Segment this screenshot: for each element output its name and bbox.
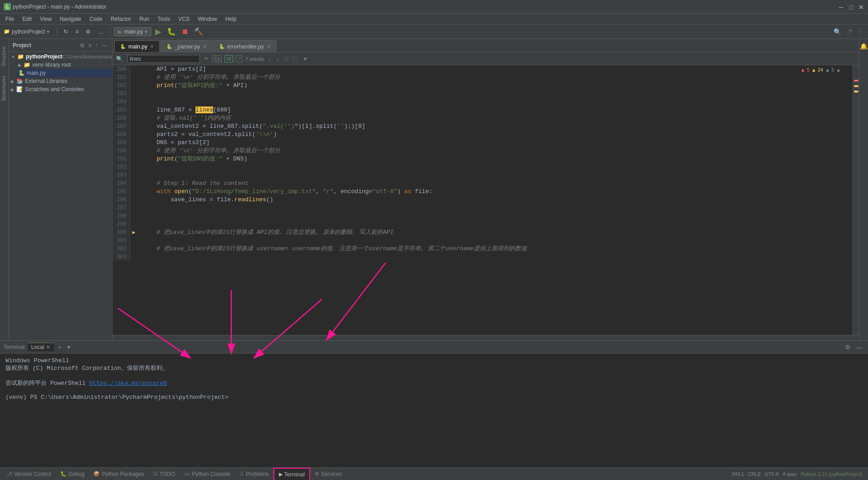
menu-navigate[interactable]: Navigate — [56, 15, 85, 23]
menu-vcs[interactable]: VCS — [175, 15, 193, 23]
sidebar-expand-btn[interactable]: — — [100, 42, 108, 49]
tab-mainpy[interactable]: 🐍 main.py ✕ — [114, 40, 160, 52]
terminal-content: Windows PowerShell 版权所有 (C) Microsoft Co… — [0, 354, 868, 467]
tree-item-scratches[interactable]: ▶ 📝 Scratches and Consoles — [9, 85, 112, 93]
run-button[interactable]: ▶ — [153, 27, 163, 37]
run-config-selector[interactable]: ▶ main.py ▾ — [114, 27, 151, 36]
line-num-281: 281 — [112, 73, 131, 82]
line-num-302: 302 — [112, 245, 131, 253]
updates-btn[interactable]: ↑ — [856, 26, 864, 37]
left-vtab-structure[interactable]: Structure — [0, 43, 9, 70]
bottom-tab-console-label: Python Console — [192, 471, 230, 477]
search-input[interactable] — [127, 55, 200, 63]
bottom-tab-services[interactable]: ⚙ Services — [310, 468, 346, 480]
code-line-296: 296 save_lines = file.readlines() — [112, 196, 853, 204]
menu-code[interactable]: Code — [86, 15, 106, 23]
run-config-name: main.py — [124, 29, 143, 35]
tab-close-mainpy[interactable]: ✕ — [150, 44, 154, 49]
bottom-tab-python-console[interactable]: >> Python Console — [180, 468, 235, 480]
notifications-btn[interactable]: 🔔 — [860, 41, 868, 52]
local-tab-close[interactable]: ✕ — [46, 344, 50, 350]
code-line-295: 295 with open("D:/1LiHong/Temp_line/very… — [112, 188, 853, 196]
error-gutter: ▲ 5 ▲ 24 ▲ 5 ▲ — [853, 65, 859, 335]
code-line-283: 283 — [112, 90, 853, 98]
minimize-button[interactable]: ─ — [838, 4, 844, 10]
code-line-301: 301 — [112, 237, 853, 245]
code-line-290: 290 # 使用 '\n' 分割字符串, 并取最后一个部分 — [112, 147, 853, 155]
tree-item-venv[interactable]: ▶ 📁 venv library root — [16, 61, 112, 69]
bottom-tab-problems[interactable]: ⚠ Problems — [235, 468, 273, 480]
line-num-300: 300 — [112, 228, 131, 237]
tab-close-error[interactable]: ✕ — [267, 44, 270, 49]
terminal-dropdown-btn[interactable]: ▾ — [65, 344, 72, 351]
menu-run[interactable]: Run — [136, 15, 153, 23]
menu-refactor[interactable]: Refactor — [107, 15, 135, 23]
bottom-tab-terminal[interactable]: ▶ Terminal — [273, 468, 310, 480]
version-control-icon: ⎇ — [6, 471, 12, 477]
tree-item-mainpy[interactable]: 🐍 main.py — [16, 69, 112, 77]
debug-button[interactable]: 🐛 — [165, 27, 178, 36]
editor-wrapper: 🐍 main.py ✕ 🐍 _parser.py ✕ 🐍 errorhandle… — [112, 39, 859, 340]
left-vtab-bookmarks[interactable]: Bookmarks — [0, 72, 9, 104]
close-button[interactable]: ✕ — [858, 4, 864, 10]
sidebar-gear-btn[interactable]: ⚙ — [78, 42, 86, 49]
toolbar-sync-btn[interactable]: ↻ — [61, 26, 71, 37]
tree-item-pythonproject[interactable]: ▼ 📁 pythonProject C:\Users\Administrator… — [9, 53, 112, 61]
help-btn[interactable]: ? — [846, 26, 854, 37]
tree-label-venv: venv library root — [32, 62, 71, 68]
editor-container: 280 API = parts[2] 281 # 使用 '\n' 分割字符串, … — [112, 65, 859, 335]
search-close-btn[interactable]: ✕ — [203, 55, 210, 62]
bottom-tab-python-packages[interactable]: 📦 Python Packages — [89, 468, 148, 480]
folder-icon-venv: 📁 — [24, 62, 30, 68]
line-num-291: 291 — [112, 155, 131, 163]
tab-errorhandler[interactable]: 🐍 errorhandler.py ✕ — [213, 40, 276, 52]
menu-tools[interactable]: Tools — [154, 15, 174, 23]
search-everywhere-btn[interactable]: 🔍 — [831, 26, 844, 37]
pscore-link[interactable]: https://aka.ms/pscore6 — [89, 380, 167, 387]
search-prev-btn[interactable]: ↑ — [267, 56, 273, 62]
menu-window[interactable]: Window — [194, 15, 221, 23]
terminal-tab-local[interactable]: Local ✕ — [28, 343, 54, 351]
search-word-btn[interactable]: W — [224, 55, 233, 63]
tab-close-parser[interactable]: ✕ — [203, 44, 206, 49]
maximize-button[interactable]: □ — [848, 4, 854, 10]
horizontal-scrollbar[interactable] — [112, 335, 859, 340]
line-content-292 — [137, 163, 142, 171]
services-icon: ⚙ — [315, 471, 319, 477]
code-editor[interactable]: 280 API = parts[2] 281 # 使用 '\n' 分割字符串, … — [112, 65, 853, 335]
search-regex-btn[interactable]: .* — [236, 55, 243, 63]
build-button[interactable]: 🔨 — [192, 27, 205, 36]
search-multiline-btn[interactable]: ⬚ — [291, 55, 298, 62]
stop-button[interactable]: ⏹ — [180, 28, 190, 36]
project-selector[interactable]: 📁 pythonProject ▾ — [4, 29, 49, 35]
search-filter-btn[interactable]: ▼ — [301, 56, 309, 62]
line-num-303: 303 — [112, 253, 131, 261]
title-bar-controls: ─ □ ✕ — [838, 4, 864, 10]
terminal-line-4: 尝试新的跨平台 PowerShell https://aka.ms/pscore… — [5, 379, 863, 387]
tree-item-external[interactable]: ▶ 📚 External Libraries — [9, 77, 112, 85]
line-content-288: parts2 = val_content2.split('\\n') — [137, 131, 277, 139]
search-all-btn[interactable]: □ — [283, 56, 289, 62]
toolbar-settings-btn[interactable]: ⚙ — [83, 26, 93, 37]
toolbar-more-btn[interactable]: … — [95, 26, 106, 37]
line-num-292: 292 — [112, 163, 131, 171]
line-content-302: # 把save_lines中的第23行替换成 username= usernam… — [137, 245, 527, 253]
terminal-settings-btn[interactable]: ⚙ — [843, 344, 853, 351]
menu-view[interactable]: View — [36, 15, 55, 23]
code-line-285: 285 line_887 = lines[880] — [112, 106, 853, 114]
toolbar-structure-btn[interactable]: ≡ — [73, 26, 81, 37]
terminal-add-btn[interactable]: + — [56, 344, 63, 351]
menu-file[interactable]: File — [2, 15, 18, 23]
menu-help[interactable]: Help — [222, 15, 240, 23]
search-next-btn[interactable]: ↓ — [275, 56, 280, 62]
bottom-tab-debug[interactable]: 🐛 Debug — [56, 468, 89, 480]
bottom-tab-todo[interactable]: ☑ TODO — [149, 468, 180, 480]
tab-parser[interactable]: 🐍 _parser.py ✕ — [161, 40, 212, 52]
sidebar-collapse-btn[interactable]: ↑ — [94, 42, 99, 49]
bottom-tab-version-control[interactable]: ⎇ Version Control — [2, 468, 56, 480]
terminal-minimize-btn[interactable]: — — [854, 344, 864, 351]
menu-edit[interactable]: Edit — [19, 15, 35, 23]
scratches-icon: 📝 — [16, 86, 23, 92]
sidebar-layout-btn[interactable]: ≡ — [87, 42, 93, 49]
search-case-btn[interactable]: Cc — [212, 55, 222, 63]
